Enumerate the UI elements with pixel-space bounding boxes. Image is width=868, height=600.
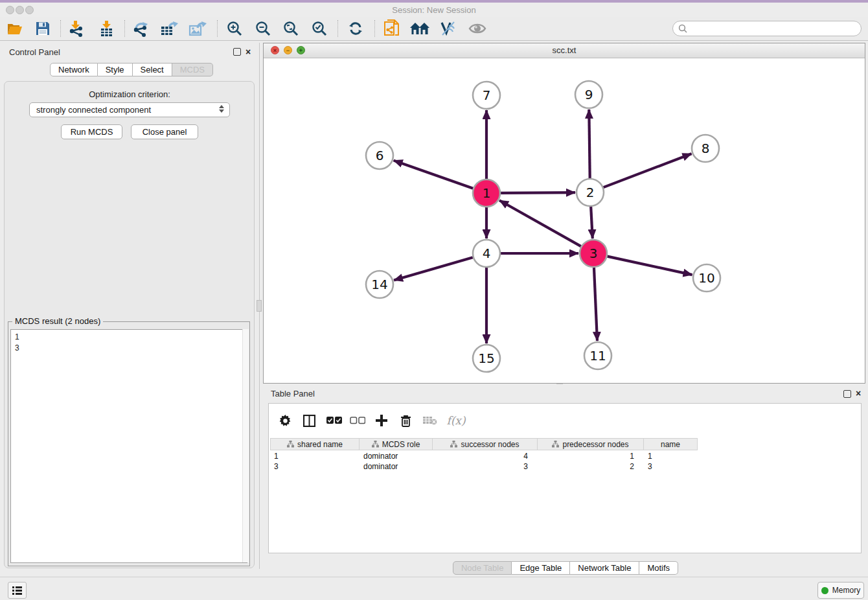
cell-successor-nodes[interactable]: 4 [433,451,538,461]
tab-node-table[interactable]: Node Table [453,561,512,575]
graph-node-6[interactable]: 6 [366,142,393,169]
graph-node-9[interactable]: 9 [575,81,602,108]
cell-successor-nodes[interactable]: 3 [433,461,538,472]
result-scrollbar[interactable] [242,329,249,562]
table-settings-gear-icon[interactable] [278,412,292,429]
zoom-fit-icon[interactable] [280,19,302,38]
network-canvas[interactable]: 1234678910111415 [264,58,865,383]
network-window-title: scc.txt [264,45,865,55]
graph-node-1[interactable]: 1 [473,179,500,207]
function-builder-icon[interactable]: f(x) [445,412,467,429]
cell-name[interactable]: 3 [644,461,698,472]
control-panel-tabs: NetworkStyleSelectMCDS [50,63,213,76]
table-row[interactable]: 1dominator411 [270,451,698,461]
edge-1-6[interactable] [394,161,474,189]
list-icon [12,586,22,595]
column-header-name[interactable]: name [644,438,698,450]
zoom-out-icon[interactable] [252,19,274,38]
cell-predecessor-nodes[interactable]: 1 [538,451,644,461]
add-column-icon[interactable] [374,412,389,429]
graph-node-2[interactable]: 2 [577,179,604,206]
select-all-rows-icon[interactable] [326,412,343,429]
cell-MCDS-role[interactable]: dominator [360,451,433,461]
export-image-icon[interactable] [187,19,209,38]
search-input[interactable] [687,23,845,34]
column-header-shared-name[interactable]: shared name [270,438,360,450]
graph-node-14[interactable]: 14 [366,271,393,298]
tab-mcds[interactable]: MCDS [172,63,213,76]
deselect-all-rows-icon[interactable] [349,412,366,429]
node-label: 7 [483,87,491,103]
edge-3-10[interactable] [607,257,692,275]
optimization-criterion-dropdown[interactable]: strongly connected component [29,102,230,117]
task-history-button[interactable] [8,582,27,599]
title-bar: Session: New Session [0,3,868,17]
main-toolbar [0,17,868,41]
table-row[interactable]: 3dominator323 [270,461,698,472]
graph-node-8[interactable]: 8 [692,135,719,162]
close-table-panel-icon[interactable]: × [856,389,861,397]
import-network-icon[interactable] [65,19,87,38]
save-session-icon[interactable] [32,19,54,38]
graph-node-11[interactable]: 11 [584,342,611,369]
cell-shared-name[interactable]: 3 [270,461,360,472]
close-panel-icon[interactable]: × [246,48,251,56]
cell-predecessor-nodes[interactable]: 2 [538,461,644,472]
graph-node-4[interactable]: 4 [473,240,500,267]
show-eye-icon[interactable] [466,19,488,38]
refresh-view-icon[interactable] [345,19,367,38]
cell-shared-name[interactable]: 1 [270,451,360,461]
node-label: 6 [376,148,384,163]
cell-name[interactable]: 1 [644,451,698,461]
memory-label: Memory [832,586,860,595]
tab-network[interactable]: Network [50,63,98,76]
edge-2-9[interactable] [589,110,589,178]
node-label: 1 [483,185,491,201]
export-network-icon[interactable] [130,19,152,38]
graph-node-7[interactable]: 7 [473,82,500,109]
delete-table-icon[interactable] [422,412,439,429]
node-table-content: f(x) shared nameMCDS rolesuccessor nodes… [268,403,862,553]
tab-style[interactable]: Style [98,63,133,76]
column-header-predecessor-nodes[interactable]: predecessor nodes [538,438,644,450]
split-columns-icon[interactable] [301,412,317,429]
status-bar: Memory [0,577,868,600]
tab-motifs[interactable]: Motifs [639,561,678,575]
import-table-icon[interactable] [96,19,118,38]
delete-column-trash-icon[interactable] [398,412,413,429]
graph-node-15[interactable]: 15 [473,345,500,372]
column-header-MCDS-role[interactable]: MCDS role [360,438,433,450]
run-mcds-button[interactable]: Run MCDS [61,124,122,139]
search-icon [678,24,687,33]
edge-4-14[interactable] [394,257,473,280]
close-panel-button[interactable]: Close panel [131,124,198,139]
nested-network-home-icon[interactable] [409,19,431,38]
column-header-successor-nodes[interactable]: successor nodes [433,438,538,450]
export-table-icon[interactable] [158,19,180,38]
hide-graphics-details-icon[interactable] [437,19,459,38]
open-session-icon[interactable] [5,19,27,38]
network-window-titlebar[interactable]: × − + scc.txt [264,43,865,58]
edge-3-11[interactable] [594,268,597,341]
edge-2-3[interactable] [591,207,593,238]
node-label: 8 [702,141,710,156]
toolbar-separator [124,20,125,37]
zoom-in-icon[interactable] [223,19,246,38]
float-table-panel-icon[interactable] [843,390,851,398]
edge-1-2[interactable] [501,192,575,193]
mcds-result-list[interactable]: 1 3 [10,329,247,563]
graph-node-10[interactable]: 10 [693,264,720,292]
graph-node-3[interactable]: 3 [580,240,607,267]
panel-splitter-handle[interactable] [257,300,262,312]
memory-button[interactable]: Memory [817,582,864,599]
tab-network-table[interactable]: Network Table [570,561,639,575]
toolbar-search[interactable] [672,21,862,36]
float-panel-icon[interactable] [233,48,241,56]
edge-3-1[interactable] [499,200,581,246]
new-network-from-selection-icon[interactable] [381,19,403,38]
zoom-selected-icon[interactable] [308,19,330,38]
edge-2-8[interactable] [604,154,692,187]
tab-edge-table[interactable]: Edge Table [512,561,570,575]
cell-MCDS-role[interactable]: dominator [360,461,433,472]
tab-select[interactable]: Select [133,63,172,76]
